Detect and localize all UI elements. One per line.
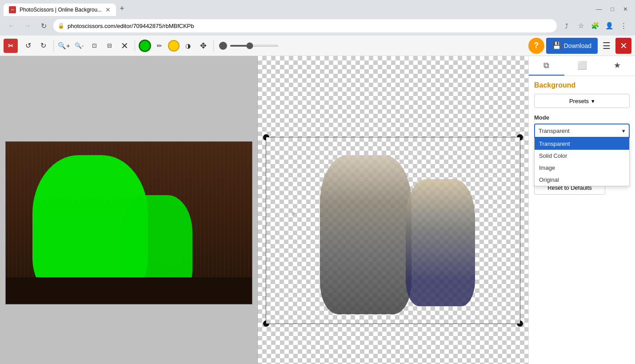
- brush-size-control: [219, 42, 279, 50]
- mode-label: Mode: [534, 114, 630, 121]
- brush-size-slider[interactable]: [230, 45, 279, 47]
- right-panel: [258, 56, 528, 364]
- preview-container[interactable]: [266, 137, 520, 324]
- zoom-out-button[interactable]: 🔍-: [72, 39, 86, 52]
- dropdown-item-transparent[interactable]: Transparent: [535, 138, 629, 150]
- selected-mode-text: Transparent: [539, 128, 570, 134]
- help-button[interactable]: ?: [528, 38, 544, 54]
- layers-icon: ⧉: [543, 61, 549, 70]
- extensions-icon[interactable]: 🧩: [589, 20, 601, 32]
- download-icon: 💾: [552, 41, 561, 50]
- dropdown-arrow-icon: ▾: [622, 128, 625, 134]
- tab-background[interactable]: ⧉: [529, 56, 564, 76]
- dropdown-item-solidcolor[interactable]: Solid Color: [535, 150, 629, 162]
- zoom-reset-button[interactable]: ⊟: [103, 39, 116, 52]
- window-minimize[interactable]: —: [592, 4, 605, 14]
- download-label: Download: [564, 42, 591, 49]
- dropdown-list: Transparent Solid Color Image Original: [534, 138, 630, 186]
- address-input[interactable]: [53, 19, 557, 32]
- presets-button[interactable]: Presets ▾: [534, 94, 630, 108]
- sidebar-title: Background: [534, 81, 630, 89]
- redo-button[interactable]: ↻: [36, 39, 50, 52]
- separator-1: [53, 40, 54, 51]
- cancel-button[interactable]: ✕: [118, 39, 131, 52]
- zoom-fit-button[interactable]: ⊡: [88, 39, 101, 52]
- nav-refresh-button[interactable]: ↻: [37, 20, 50, 32]
- app-menu-button[interactable]: ☰: [599, 39, 614, 53]
- sidebar: ⧉ ⬜ ★ Background Presets ▾: [528, 56, 635, 364]
- sidebar-tabs: ⧉ ⬜ ★: [529, 56, 635, 76]
- browser-tab[interactable]: ✂ PhotoScissors | Online Backgrou... ✕: [4, 4, 116, 16]
- nav-back-button[interactable]: ←: [5, 20, 18, 32]
- mark-background-button[interactable]: [168, 40, 180, 52]
- mark-foreground-button[interactable]: [139, 40, 151, 52]
- separator-3: [213, 40, 214, 51]
- zoom-in-button[interactable]: 🔍+: [57, 39, 71, 52]
- new-tab-button[interactable]: +: [116, 1, 128, 16]
- bookmark-icon[interactable]: ☆: [575, 20, 587, 32]
- result-image: [292, 147, 495, 314]
- tab-close-btn[interactable]: ✕: [105, 6, 111, 13]
- tab-adjust[interactable]: ⬜: [564, 56, 600, 76]
- share-icon[interactable]: ⤴: [560, 20, 573, 32]
- sidebar-content: Background Presets ▾ Mode Transparent ▾: [529, 76, 635, 364]
- left-panel: [0, 56, 258, 364]
- browser-menu-icon[interactable]: ⋮: [617, 20, 630, 32]
- app-close-button[interactable]: ✕: [615, 38, 631, 54]
- dropdown-item-image[interactable]: Image: [535, 162, 629, 174]
- window-close[interactable]: ✕: [619, 4, 631, 14]
- window-maximize[interactable]: □: [607, 4, 618, 14]
- separator-2: [135, 40, 135, 51]
- undo-button[interactable]: ↺: [21, 39, 35, 52]
- original-image[interactable]: [5, 141, 252, 304]
- copy-icon: ⬜: [577, 60, 587, 70]
- nav-forward-button[interactable]: →: [21, 20, 34, 32]
- presets-label: Presets: [569, 98, 589, 104]
- presets-arrow-icon: ▾: [591, 98, 595, 104]
- move-button[interactable]: ✥: [196, 39, 210, 52]
- brush-size-indicator: [219, 42, 227, 50]
- artifact-dot: [292, 212, 295, 216]
- star-icon: ★: [614, 60, 621, 70]
- tab-favicon: ✂: [9, 6, 16, 13]
- tab-star[interactable]: ★: [599, 56, 635, 76]
- dropdown-trigger[interactable]: Transparent ▾: [534, 124, 630, 138]
- tab-title: PhotoScissors | Online Backgrou...: [20, 7, 102, 13]
- download-button[interactable]: 💾 Download: [546, 38, 598, 54]
- mode-dropdown[interactable]: Transparent ▾ Transparent Solid Color Im…: [534, 124, 630, 138]
- restore-button[interactable]: ◑: [181, 39, 195, 52]
- erase-brush-button[interactable]: ✏: [153, 39, 166, 52]
- lock-icon: 🔒: [58, 23, 64, 29]
- app-logo: ✂: [4, 39, 18, 53]
- dropdown-item-original[interactable]: Original: [535, 174, 629, 186]
- profile-icon[interactable]: 👤: [603, 20, 615, 32]
